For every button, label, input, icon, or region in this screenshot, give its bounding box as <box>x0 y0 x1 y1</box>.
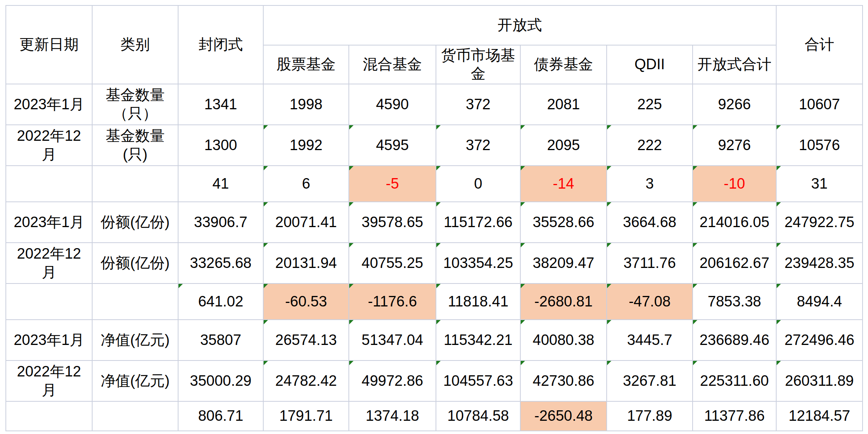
data-cell[interactable]: 8494.4 <box>776 284 863 320</box>
date-cell[interactable]: 2022年12 月 <box>6 125 92 166</box>
header-mixed-fund[interactable]: 混合基金 <box>349 45 436 84</box>
data-cell[interactable]: -2680.81 <box>520 284 607 320</box>
data-cell[interactable]: 3445.7 <box>607 320 693 360</box>
data-cell[interactable]: 1374.18 <box>349 401 436 431</box>
data-cell[interactable]: 26574.13 <box>263 320 349 360</box>
header-open-end-group[interactable]: 开放式 <box>263 5 776 45</box>
data-cell[interactable]: -60.53 <box>263 284 349 320</box>
category-cell[interactable] <box>92 166 178 202</box>
data-cell[interactable]: -14 <box>520 166 607 202</box>
category-cell[interactable]: 基金数量 (只) <box>92 125 178 166</box>
data-cell[interactable]: 225 <box>607 84 693 125</box>
header-stock-fund[interactable]: 股票基金 <box>263 45 349 84</box>
data-cell[interactable]: 3711.76 <box>607 243 693 284</box>
data-cell[interactable]: 236689.46 <box>693 320 776 360</box>
category-cell[interactable] <box>92 401 178 431</box>
data-cell[interactable]: 177.89 <box>607 401 693 431</box>
date-cell[interactable] <box>6 284 92 320</box>
data-cell[interactable]: 2081 <box>520 84 607 125</box>
data-cell[interactable]: 214016.05 <box>693 202 776 243</box>
data-cell[interactable]: -5 <box>349 166 436 202</box>
category-cell[interactable]: 净值(亿元) <box>92 360 178 401</box>
data-cell[interactable]: 35528.66 <box>520 202 607 243</box>
data-cell[interactable]: 10576 <box>776 125 863 166</box>
data-cell[interactable]: 3267.81 <box>607 360 693 401</box>
data-cell[interactable]: 11818.41 <box>436 284 520 320</box>
data-cell[interactable]: 2095 <box>520 125 607 166</box>
data-cell[interactable]: 103354.25 <box>436 243 520 284</box>
header-open-end-total[interactable]: 开放式合计 <box>693 45 776 84</box>
date-cell[interactable]: 2023年1月 <box>6 202 92 243</box>
data-cell[interactable]: 41 <box>178 166 263 202</box>
data-cell[interactable]: 1300 <box>178 125 263 166</box>
data-cell[interactable]: 51347.04 <box>349 320 436 360</box>
data-cell[interactable]: 10607 <box>776 84 863 125</box>
header-category[interactable]: 类别 <box>92 5 178 84</box>
data-cell[interactable]: 3 <box>607 166 693 202</box>
data-cell[interactable]: 9266 <box>693 84 776 125</box>
data-cell[interactable]: 35000.29 <box>178 360 263 401</box>
data-cell[interactable]: 115342.21 <box>436 320 520 360</box>
data-cell[interactable]: -10 <box>693 166 776 202</box>
header-bond-fund[interactable]: 债券基金 <box>520 45 607 84</box>
data-cell[interactable]: 7853.38 <box>693 284 776 320</box>
data-cell[interactable]: 12184.57 <box>776 401 863 431</box>
date-cell[interactable] <box>6 166 92 202</box>
header-money-market-fund[interactable]: 货币市场基 金 <box>436 45 520 84</box>
data-cell[interactable]: 33265.68 <box>178 243 263 284</box>
category-cell[interactable]: 净值(亿元) <box>92 320 178 360</box>
data-cell[interactable]: 9276 <box>693 125 776 166</box>
data-cell[interactable]: 10784.58 <box>436 401 520 431</box>
data-cell[interactable]: 31 <box>776 166 863 202</box>
category-cell[interactable] <box>92 284 178 320</box>
data-cell[interactable]: 372 <box>436 125 520 166</box>
data-cell[interactable]: 4590 <box>349 84 436 125</box>
date-cell[interactable]: 2022年12 月 <box>6 360 92 401</box>
data-cell[interactable]: 49972.86 <box>349 360 436 401</box>
date-cell[interactable]: 2022年12 月 <box>6 243 92 284</box>
data-cell[interactable]: 225311.60 <box>693 360 776 401</box>
data-cell[interactable]: 1341 <box>178 84 263 125</box>
data-cell[interactable]: 1791.71 <box>263 401 349 431</box>
data-cell[interactable]: 0 <box>436 166 520 202</box>
data-cell[interactable]: -47.08 <box>607 284 693 320</box>
data-cell[interactable]: 6 <box>263 166 349 202</box>
date-cell[interactable] <box>6 401 92 431</box>
header-update-date[interactable]: 更新日期 <box>6 5 92 84</box>
data-cell[interactable]: 40755.25 <box>349 243 436 284</box>
date-cell[interactable]: 2023年1月 <box>6 84 92 125</box>
date-cell[interactable]: 2023年1月 <box>6 320 92 360</box>
data-cell[interactable]: 3664.68 <box>607 202 693 243</box>
data-cell[interactable]: 222 <box>607 125 693 166</box>
data-cell[interactable]: 260311.89 <box>776 360 863 401</box>
data-cell[interactable]: -1176.6 <box>349 284 436 320</box>
data-cell[interactable]: 40080.38 <box>520 320 607 360</box>
data-cell[interactable]: 239428.35 <box>776 243 863 284</box>
data-cell[interactable]: 247922.75 <box>776 202 863 243</box>
data-cell[interactable]: 1992 <box>263 125 349 166</box>
data-cell[interactable]: 641.02 <box>178 284 263 320</box>
header-qdii[interactable]: QDII <box>607 45 693 84</box>
data-cell[interactable]: 206162.67 <box>693 243 776 284</box>
data-cell[interactable]: 39578.65 <box>349 202 436 243</box>
data-cell[interactable]: 372 <box>436 84 520 125</box>
data-cell[interactable]: 24782.42 <box>263 360 349 401</box>
data-cell[interactable]: -2650.48 <box>520 401 607 431</box>
header-closed-end[interactable]: 封闭式 <box>178 5 263 84</box>
header-grand-total[interactable]: 合计 <box>776 5 863 84</box>
data-cell[interactable]: 38209.47 <box>520 243 607 284</box>
data-cell[interactable]: 20131.94 <box>263 243 349 284</box>
data-cell[interactable]: 11377.86 <box>693 401 776 431</box>
data-cell[interactable]: 115172.66 <box>436 202 520 243</box>
data-cell[interactable]: 104557.63 <box>436 360 520 401</box>
category-cell[interactable]: 份额(亿份) <box>92 243 178 284</box>
data-cell[interactable]: 33906.7 <box>178 202 263 243</box>
data-cell[interactable]: 806.71 <box>178 401 263 431</box>
data-cell[interactable]: 1998 <box>263 84 349 125</box>
category-cell[interactable]: 份额(亿份) <box>92 202 178 243</box>
category-cell[interactable]: 基金数量 （只） <box>92 84 178 125</box>
data-cell[interactable]: 272496.46 <box>776 320 863 360</box>
data-cell[interactable]: 42730.86 <box>520 360 607 401</box>
data-cell[interactable]: 35807 <box>178 320 263 360</box>
data-cell[interactable]: 20071.41 <box>263 202 349 243</box>
